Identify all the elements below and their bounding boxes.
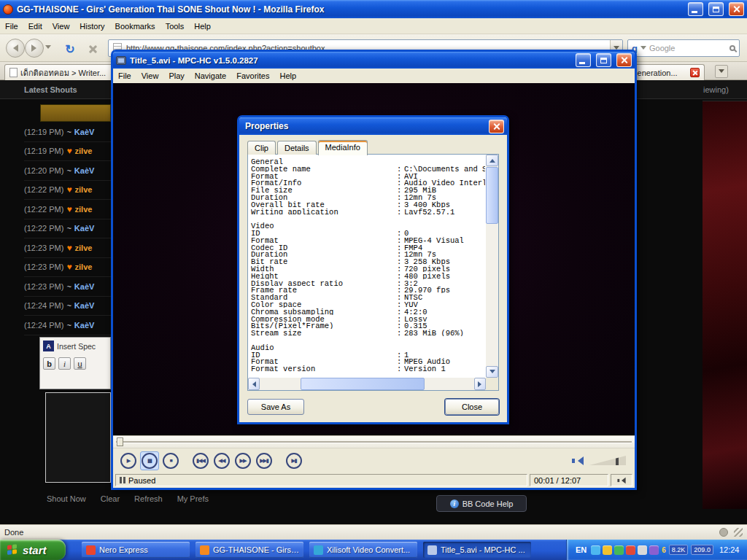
horizontal-scroll-thumb[interactable]	[301, 378, 425, 390]
taskbar-window-button[interactable]: Title_5.avi - MPC-HC ...	[423, 542, 531, 558]
mpc-minimize-button[interactable]	[576, 53, 591, 67]
shout-author[interactable]: zilve	[75, 147, 93, 155]
tray-icon[interactable]	[603, 545, 612, 555]
menu-item[interactable]: Help	[189, 20, 216, 33]
shout-message-textarea[interactable]	[45, 392, 111, 483]
mpc-titlebar[interactable]: Title_5.avi - MPC-HC v1.5.0.2827	[113, 52, 635, 69]
properties-tab[interactable]: Details	[277, 141, 317, 155]
back-button[interactable]	[6, 39, 25, 58]
menu-item[interactable]: View	[47, 20, 75, 33]
volume-thumb[interactable]	[616, 456, 619, 465]
tray-icon[interactable]	[591, 545, 600, 555]
search-engine-dropdown-icon[interactable]	[640, 46, 646, 52]
menu-item[interactable]: View	[136, 69, 164, 82]
seek-bar[interactable]	[113, 435, 635, 448]
search-input[interactable]: Google	[649, 44, 727, 52]
shout-author[interactable]: KaèV	[74, 224, 95, 233]
list-all-tabs-button[interactable]	[715, 65, 728, 78]
menu-item[interactable]: Navigate	[190, 69, 231, 82]
firefox-titlebar[interactable]: GG-THAISONE - Girs' Generation Thai SONE…	[0, 0, 747, 18]
tray-icon[interactable]	[614, 545, 624, 555]
insert-special-label[interactable]: Insert Spec	[57, 342, 96, 351]
scroll-right-button[interactable]	[474, 378, 486, 390]
shout-author[interactable]: zilve	[75, 244, 93, 252]
rewind-button[interactable]: ◀◀	[214, 453, 230, 469]
menu-item[interactable]: File	[113, 69, 136, 82]
bbcode-help-button[interactable]: i BB Code Help	[436, 495, 527, 512]
dialog-close-button[interactable]	[489, 120, 504, 133]
shout-action-button[interactable]: Shout Now	[47, 494, 86, 503]
tray-icon[interactable]	[626, 545, 635, 555]
bold-button[interactable]: b	[43, 357, 55, 370]
tab-close-icon[interactable]	[690, 68, 700, 77]
start-button[interactable]: start	[0, 540, 66, 560]
app-icon	[86, 545, 96, 555]
menu-item[interactable]: Help	[274, 69, 301, 82]
menu-item[interactable]: History	[74, 20, 109, 33]
history-dropdown-icon[interactable]	[45, 45, 51, 52]
language-indicator[interactable]: EN	[576, 545, 587, 554]
skip-forward-button[interactable]: ▶▶▮	[256, 453, 272, 469]
mpc-maximize-button[interactable]	[596, 53, 611, 67]
shout-author[interactable]: zilve	[75, 262, 93, 271]
volume-icon[interactable]	[572, 456, 584, 466]
menu-item[interactable]: Play	[163, 69, 189, 82]
maximize-button[interactable]	[708, 2, 724, 16]
shout-author[interactable]: zilve	[75, 205, 93, 214]
shout-author[interactable]: KaèV	[74, 166, 95, 175]
forward-button[interactable]	[25, 39, 44, 58]
horizontal-scrollbar[interactable]	[248, 378, 486, 390]
mpc-window-title: Title_5.avi - MPC-HC v1.5.0.2827	[130, 56, 570, 65]
vertical-scrollbar[interactable]	[486, 155, 498, 378]
close-dialog-button[interactable]: Close	[445, 399, 499, 415]
seek-thumb[interactable]	[117, 438, 123, 446]
minimize-button[interactable]	[688, 2, 703, 16]
menu-item[interactable]: Tools	[160, 20, 190, 33]
properties-tab[interactable]: MediaInfo	[318, 140, 368, 155]
close-button[interactable]	[729, 2, 744, 16]
vertical-scroll-thumb[interactable]	[486, 167, 498, 224]
menu-item[interactable]: Favorites	[231, 69, 274, 82]
stop-button[interactable]	[83, 40, 101, 58]
shout-composer-panel: A Insert Spec b i u	[39, 337, 111, 389]
frame-step-button[interactable]: ▶▮	[286, 453, 302, 469]
shout-action-button[interactable]: Refresh	[134, 494, 163, 503]
stop-button[interactable]: ■	[163, 453, 179, 469]
menu-item[interactable]: Edit	[23, 20, 47, 33]
save-as-button[interactable]: Save As	[247, 399, 304, 415]
search-bar[interactable]: g Google	[627, 39, 740, 57]
shout-author[interactable]: KaèV	[74, 128, 95, 136]
underline-button[interactable]: u	[74, 357, 86, 370]
shout-author[interactable]: KaèV	[74, 282, 95, 291]
taskbar-window-button[interactable]: Xilisoft Video Convert...	[309, 542, 417, 558]
skip-back-button[interactable]: ▮◀◀	[193, 453, 209, 469]
italic-button[interactable]: i	[58, 357, 71, 370]
fast-forward-button[interactable]: ▶▶	[235, 453, 251, 469]
mediainfo-line: General	[251, 158, 485, 165]
shout-author[interactable]: KaèV	[74, 301, 95, 310]
shout-action-button[interactable]: Clear	[101, 494, 120, 503]
menu-item[interactable]: Bookmarks	[110, 20, 160, 33]
properties-titlebar[interactable]: Properties	[239, 117, 507, 135]
tab-generation[interactable]: Generation...	[626, 64, 705, 80]
search-icon[interactable]	[729, 45, 735, 51]
pause-button[interactable]: ▮▮	[142, 453, 158, 469]
properties-tab[interactable]: Clip	[247, 141, 276, 155]
shout-author[interactable]: KaèV	[74, 321, 95, 330]
scroll-down-button[interactable]	[486, 366, 498, 378]
tray-icon[interactable]	[638, 545, 647, 555]
mpc-close-button[interactable]	[616, 53, 632, 67]
play-button[interactable]: ▶	[120, 453, 136, 469]
tray-icon[interactable]	[649, 545, 659, 555]
menu-item[interactable]: File	[0, 20, 23, 33]
taskbar-window-button[interactable]: GG-THAISONE - Girs' ...	[196, 542, 303, 558]
scroll-left-button[interactable]	[248, 378, 260, 390]
mediainfo-line: Width:720 pixels	[251, 265, 485, 272]
refresh-button[interactable]: ↻	[61, 40, 79, 58]
volume-slider[interactable]	[589, 456, 626, 465]
taskbar-window-button[interactable]: Nero Express	[82, 542, 190, 558]
resize-grip[interactable]	[734, 528, 743, 537]
shout-author[interactable]: zilve	[75, 185, 93, 194]
shout-action-button[interactable]: My Prefs	[177, 494, 209, 503]
scroll-up-button[interactable]	[486, 155, 498, 166]
